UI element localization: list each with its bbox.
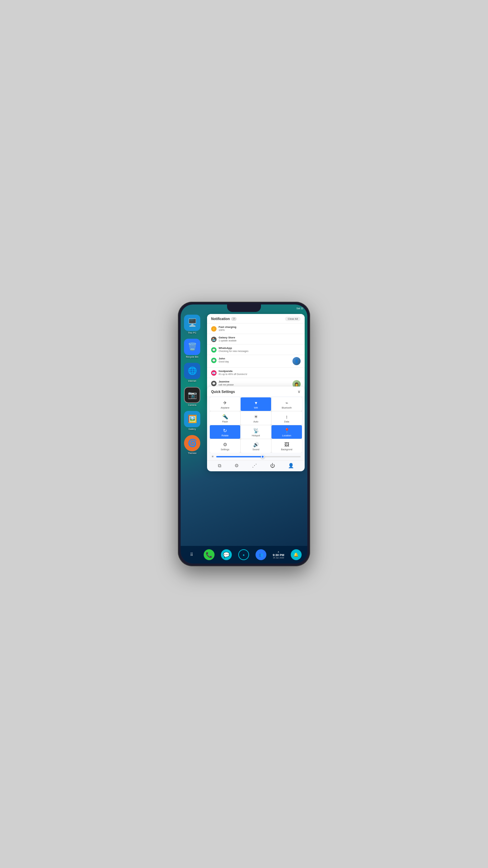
quick-settings-title: Quick Settings xyxy=(211,390,235,394)
galaxy-store-icon: 🏪 xyxy=(211,337,217,342)
top-date: Sat 22 xyxy=(297,307,303,310)
notif-app-galaxy-store: Galaxy Store xyxy=(219,336,301,339)
jasmine-icon: 💬 xyxy=(211,381,217,386)
notif-item-whatsapp[interactable]: 💬 WhatsApp Checking for new messages xyxy=(207,344,305,355)
notif-msg-foodpanda: It's up to 49% off Domino's! xyxy=(219,373,301,375)
qs-rotate[interactable]: ↻ Rotate xyxy=(210,425,240,439)
qs-settings[interactable]: ⚙ Settings xyxy=(210,439,240,453)
location-icon: 📍 xyxy=(284,428,290,433)
notif-msg-fast-charging: 100% xyxy=(219,329,301,331)
qs-auto[interactable]: ☀ Auto xyxy=(241,411,271,425)
camera-icon: 📷 xyxy=(184,387,200,403)
brightness-track[interactable] xyxy=(216,456,301,457)
notification-title: Notification xyxy=(211,317,230,321)
notch xyxy=(227,304,261,312)
flash-icon: 🔦 xyxy=(222,414,228,419)
qs-background[interactable]: 🖼 Backgrond xyxy=(271,439,302,453)
desktop-icons-left: 🖥️ Thic PC 🗑️ Recycle Bin 🌐 Internet 📷 C… xyxy=(184,315,200,454)
notif-item-galaxy-store[interactable]: 🏪 Galaxy Store 1 update availale xyxy=(207,334,305,344)
themee-label: Themee xyxy=(188,452,197,454)
dock-phone-icon[interactable]: 📞 xyxy=(204,549,215,560)
hotspot-label: Hotspot xyxy=(252,434,260,437)
location-label: Location xyxy=(282,434,291,437)
quick-settings-panel: Quick Settings ∨ ✈ Airplane ▾ Wifi ⌁ Bl xyxy=(207,387,305,471)
thic-pc-icon: 🖥️ xyxy=(184,315,200,331)
gallery-icon: 🖼️ xyxy=(184,411,200,427)
dock-group-icon[interactable]: 👥 xyxy=(256,549,266,560)
brightness-thumb xyxy=(261,455,264,458)
notification-header: Notification 7 Clear All xyxy=(207,314,305,323)
notif-item-foodpanda[interactable]: 📧 foodpanda It's up to 49% off Domino's! xyxy=(207,367,305,378)
auto-icon: ☀ xyxy=(254,414,258,419)
wifi-icon: ▾ xyxy=(255,400,257,406)
notif-msg-galaxy-store: 1 update availale xyxy=(219,339,301,342)
dock-grid-icon[interactable]: ⠿ xyxy=(186,549,197,560)
dock-date: 15 Jan 2020 xyxy=(273,557,284,559)
qs-bluetooth[interactable]: ⌁ Bluetooth xyxy=(271,397,302,411)
apps-action-icon[interactable]: ⋰ xyxy=(252,463,257,469)
notif-msg-john: Good day xyxy=(219,360,290,363)
desktop-icon-gallery[interactable]: 🖼️ Gallery xyxy=(184,411,200,430)
gear-action-icon[interactable]: ⚙ xyxy=(235,463,239,469)
brightness-bar[interactable]: ☀ xyxy=(211,455,301,458)
foodpanda-icon: 📧 xyxy=(211,370,217,376)
desktop-icon-camera[interactable]: 📷 Camera xyxy=(184,387,200,406)
notif-app-john: John xyxy=(219,357,290,360)
airplane-icon: ✈ xyxy=(223,400,227,406)
qs-wifi[interactable]: ▾ Wifi xyxy=(241,397,271,411)
sound-label: Sound xyxy=(252,448,259,451)
rotate-icon: ↻ xyxy=(223,428,227,433)
bluetooth-label: Bluetooth xyxy=(282,407,292,409)
airplane-label: Airplane xyxy=(221,407,229,409)
thic-pc-label: Thic PC xyxy=(188,332,197,334)
desktop-icon-thic-pc[interactable]: 🖥️ Thic PC xyxy=(184,315,200,334)
qs-airplane[interactable]: ✈ Airplane xyxy=(210,397,240,411)
quick-settings-header: Quick Settings ∨ xyxy=(207,387,305,396)
fast-charging-icon: ⚡ xyxy=(211,326,217,332)
desktop-icon-internet[interactable]: 🌐 Internet xyxy=(184,363,200,382)
recycle-bin-icon: 🗑️ xyxy=(184,339,200,355)
quick-settings-grid: ✈ Airplane ▾ Wifi ⌁ Bluetooth 🔦 Flash xyxy=(210,397,302,453)
power-icon[interactable]: ⏻ xyxy=(270,463,275,469)
internet-label: Internet xyxy=(188,380,196,382)
settings-label: Settings xyxy=(221,448,229,451)
settings-icon: ⚙ xyxy=(223,442,227,447)
notification-badge: 7 xyxy=(231,317,237,321)
notif-app-jasmine: Jasmine xyxy=(219,380,290,383)
phone-device: Sat 22 🖥️ Thic PC 🗑️ Recycle Bin 🌐 Inter… xyxy=(178,302,310,566)
notif-item-fast-charging[interactable]: ⚡ Fast charging 100% xyxy=(207,323,305,334)
dock-time: 9:30 PM xyxy=(273,553,284,557)
qs-data[interactable]: ↕ Data xyxy=(271,411,302,425)
notif-app-whatsapp: WhatsApp xyxy=(219,347,301,350)
screenshot-icon[interactable]: ⧉ xyxy=(218,463,221,469)
notif-app-fast-charging: Fast charging xyxy=(219,326,301,329)
data-label: Data xyxy=(284,420,289,423)
desktop-icon-themee[interactable]: 🌀 Themee xyxy=(184,435,200,454)
brightness-low-icon: ☀ xyxy=(211,455,214,458)
user-icon[interactable]: 👤 xyxy=(288,463,294,469)
qs-flash[interactable]: 🔦 Flash xyxy=(210,411,240,425)
notif-item-john[interactable]: 💬 John Good day 👤 xyxy=(207,355,305,367)
gallery-label: Gallery xyxy=(188,428,196,430)
camera-label: Camera xyxy=(188,404,197,406)
dock-message-icon[interactable]: 💬 xyxy=(221,549,232,560)
phone-screen: Sat 22 🖥️ Thic PC 🗑️ Recycle Bin 🌐 Inter… xyxy=(181,304,307,564)
john-avatar: 👤 xyxy=(292,357,301,365)
quick-settings-bottom-actions: ⧉ ⚙ ⋰ ⏻ 👤 xyxy=(207,460,305,471)
quick-settings-chevron[interactable]: ∨ xyxy=(298,389,301,394)
clear-all-button[interactable]: Clear All xyxy=(285,317,301,321)
rotate-label: Rotate xyxy=(222,434,229,437)
john-icon: 💬 xyxy=(211,358,217,363)
qs-location[interactable]: 📍 Location xyxy=(271,425,302,439)
bluetooth-icon: ⌁ xyxy=(285,400,288,406)
background-label: Backgrond xyxy=(281,448,292,451)
bottom-dock: ⠿ 📞 💬 ● 👥 ∧ 9:30 PM 15 Jan 2020 🔔 xyxy=(181,546,307,564)
dock-bell-icon[interactable]: 🔔 xyxy=(291,549,302,560)
hotspot-icon: 📡 xyxy=(253,428,259,433)
themee-icon: 🌀 xyxy=(184,435,200,451)
qs-hotspot[interactable]: 📡 Hotspot xyxy=(241,425,271,439)
internet-icon: 🌐 xyxy=(184,363,200,379)
qs-sound[interactable]: 🔊 Sound xyxy=(241,439,271,453)
desktop-icon-recycle-bin[interactable]: 🗑️ Recycle Bin xyxy=(184,339,200,358)
dock-browser-icon[interactable]: ● xyxy=(238,549,249,560)
